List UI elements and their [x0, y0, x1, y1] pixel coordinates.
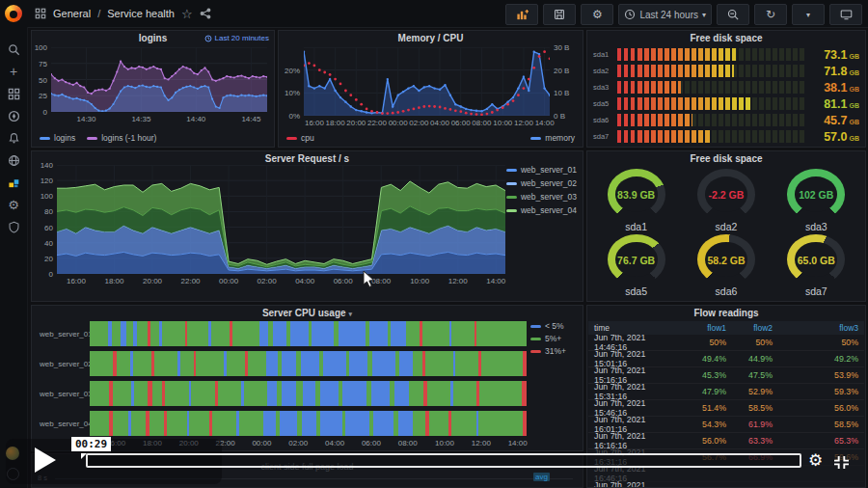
grafana-logo[interactable]: [5, 5, 22, 22]
dashboard-settings-button[interactable]: ⚙: [581, 4, 613, 25]
column-header-flow2[interactable]: flow2: [726, 323, 773, 333]
axis-label: 14:00: [508, 439, 528, 447]
breadcrumb-section[interactable]: General: [53, 8, 91, 19]
server-admin-shield-icon[interactable]: [7, 220, 20, 233]
tooltip-pointer: [81, 453, 87, 459]
fullscreen-icon[interactable]: [833, 455, 850, 474]
legend-label: web_server_04: [521, 205, 577, 215]
axis-label: 00:00: [219, 277, 238, 285]
zoom-out-button[interactable]: [717, 4, 749, 25]
gauge-cell: 83.9 GBsda1: [591, 167, 681, 232]
led-bar-cells: [617, 130, 805, 143]
axis-label: 20:00: [143, 277, 162, 285]
legend-color-dash: [530, 325, 541, 328]
gauge: 102 GB: [787, 169, 845, 220]
column-header-flow3[interactable]: flow3: [773, 323, 858, 333]
legend-item[interactable]: logins (-1 hour): [87, 133, 156, 143]
legend-item[interactable]: 31%+: [530, 346, 579, 356]
disk-unit: GB: [850, 119, 860, 125]
legend-label: logins: [54, 133, 75, 143]
clock-icon: [624, 9, 636, 20]
gauge-cell: 58.2 GBsda6: [681, 232, 771, 298]
heatmap-track[interactable]: [90, 381, 527, 406]
column-header-time[interactable]: time: [594, 323, 680, 333]
gauge-value: 102 GB: [787, 190, 845, 202]
led-bar-gauge: [617, 48, 805, 61]
gauge-value: 83.9 GB: [608, 190, 665, 202]
led-bar-gauge: [617, 81, 805, 94]
time-override-badge: Last 20 minutes: [204, 34, 269, 42]
panel-title[interactable]: Memory / CPU: [279, 33, 583, 43]
legend-item[interactable]: web_server_02: [506, 178, 577, 188]
axis-label: 10:00: [493, 119, 512, 127]
seek-bar[interactable]: [86, 453, 801, 468]
save-dashboard-button[interactable]: [543, 4, 576, 25]
plugin-icon[interactable]: [7, 176, 20, 189]
axis-label: 02:00: [288, 439, 308, 447]
legend-color-dash: [286, 137, 297, 140]
share-icon[interactable]: [200, 8, 211, 19]
disk-name-label: sda2: [593, 67, 617, 75]
axis-label: 02:00: [258, 277, 277, 285]
gauge-label: sda5: [625, 285, 647, 297]
legend-item[interactable]: memory: [530, 133, 575, 143]
explore-icon[interactable]: [7, 109, 20, 122]
configuration-gear-icon[interactable]: ⚙: [7, 198, 20, 211]
legend-color-dash: [506, 196, 517, 199]
column-header-flow1[interactable]: flow1: [680, 323, 726, 333]
heatmap-track[interactable]: [90, 321, 527, 346]
led-bar-gauge: [617, 97, 805, 110]
heatmap-track[interactable]: [90, 351, 527, 376]
heatmap-track[interactable]: [90, 411, 527, 436]
search-icon[interactable]: [7, 42, 20, 56]
breadcrumb-separator: /: [97, 8, 100, 19]
legend-item[interactable]: < 5%: [530, 321, 579, 331]
mouse-cursor: [363, 270, 375, 292]
player-settings-gear-icon[interactable]: ⚙: [808, 452, 823, 469]
cycle-view-button[interactable]: [829, 4, 862, 25]
panel-title[interactable]: Free disk space: [587, 33, 865, 43]
gauge-cell: 102 GBsda3: [772, 167, 861, 232]
gauge-label: sda2: [716, 221, 738, 232]
dashboards-icon[interactable]: [7, 87, 20, 100]
panel-title[interactable]: Server CPU usage▾: [32, 308, 583, 318]
breadcrumb-page[interactable]: Service health: [107, 8, 175, 19]
panel-menu-caret[interactable]: ▾: [349, 311, 353, 317]
legend-item[interactable]: 5%+: [530, 334, 579, 343]
legend-item[interactable]: cpu: [286, 133, 314, 143]
play-button[interactable]: [35, 447, 56, 473]
time-picker-button[interactable]: Last 24 hours ▾: [618, 4, 712, 25]
left-sidebar: + ⚙: [0, 27, 28, 488]
disk-unit: GB: [850, 53, 860, 60]
refresh-button[interactable]: ↻: [754, 4, 787, 25]
axis-label: 04:00: [325, 439, 344, 447]
alerting-icon[interactable]: [7, 131, 20, 145]
axis-label: 14:30: [76, 115, 95, 123]
disk-value: 57.0GB: [805, 130, 859, 144]
legend-item[interactable]: web_server_04: [506, 205, 577, 215]
add-panel-button[interactable]: [505, 4, 538, 25]
legend-item[interactable]: web_server_01: [506, 165, 577, 175]
axis-label: 14:45: [241, 115, 260, 123]
create-icon[interactable]: +: [7, 65, 20, 78]
axis-label: 22:00: [367, 119, 387, 127]
zoom-out-icon: [727, 9, 739, 20]
legend-item[interactable]: web_server_03: [506, 192, 577, 202]
legend-item[interactable]: avg: [533, 473, 550, 481]
refresh-interval-caret[interactable]: ▾: [792, 4, 825, 25]
axis-label: 12:00: [472, 439, 491, 447]
axis-label: 22:00: [181, 277, 201, 285]
axis-label: 0 B: [554, 112, 565, 121]
heatmap-row: web_server_01: [40, 321, 527, 346]
chart-canvas: [304, 47, 550, 116]
panel-title[interactable]: Flow readings: [587, 308, 865, 318]
axis-label: 0: [49, 270, 53, 279]
time-range-label: Last 24 hours: [639, 10, 698, 20]
star-icon[interactable]: ☆: [181, 8, 193, 20]
panel-title[interactable]: Free disk space: [587, 153, 865, 164]
history-icon[interactable]: [7, 153, 20, 167]
panel-title[interactable]: Server Request / s: [32, 153, 583, 164]
legend-item[interactable]: logins: [40, 133, 75, 143]
cell-flow3: 59.3%: [773, 387, 858, 396]
gear-icon: ⚙: [592, 8, 603, 21]
